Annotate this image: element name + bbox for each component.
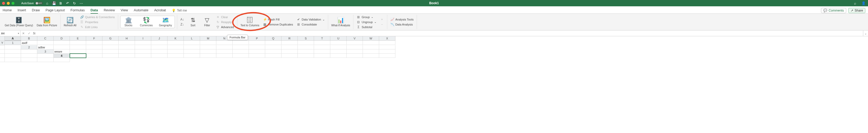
cell[interactable]: [184, 45, 200, 49]
filter-button[interactable]: ▽Filter: [201, 17, 213, 27]
analysis-tools-button[interactable]: 📈Analysis Tools: [390, 17, 415, 22]
cell[interactable]: [232, 49, 249, 54]
subtotal-button[interactable]: ΣSubtotal: [355, 25, 377, 29]
cell[interactable]: [363, 45, 379, 49]
sort-desc-button[interactable]: Z↓: [179, 22, 185, 27]
cell[interactable]: [151, 41, 167, 45]
tab-review[interactable]: Review: [104, 7, 115, 14]
column-header[interactable]: S: [298, 36, 314, 41]
stocks-button[interactable]: 🏛️Stocks: [122, 17, 135, 27]
autosave-toggle[interactable]: AutoSave OFF: [21, 2, 43, 5]
cell[interactable]: [135, 54, 151, 58]
cell[interactable]: [314, 45, 330, 49]
cell[interactable]: [379, 41, 395, 45]
column-header[interactable]: M: [200, 36, 216, 41]
cell[interactable]: [232, 41, 249, 45]
tab-draw[interactable]: Draw: [32, 7, 40, 14]
consolidate-button[interactable]: ⊞Consolidate: [296, 22, 326, 27]
sort-button[interactable]: ⇅Sort: [187, 17, 199, 27]
data-validation-button[interactable]: ✔Data Validation ⌄: [296, 17, 326, 22]
cell[interactable]: [347, 49, 363, 54]
cell[interactable]: [0, 54, 5, 58]
cell[interactable]: [119, 54, 135, 58]
cell[interactable]: [167, 41, 184, 45]
cell[interactable]: [281, 49, 298, 54]
cell[interactable]: [347, 45, 363, 49]
cell[interactable]: [102, 41, 119, 45]
cell[interactable]: [200, 54, 216, 58]
cell[interactable]: [54, 45, 70, 49]
currencies-button[interactable]: 💱Currencies: [139, 17, 154, 27]
column-header[interactable]: G: [102, 36, 119, 41]
row-header[interactable]: 3: [37, 49, 54, 54]
group-button[interactable]: ⊞Group ⌄: [355, 15, 377, 19]
maximize-window-button[interactable]: [11, 2, 14, 5]
close-window-button[interactable]: [2, 2, 5, 5]
cell[interactable]: [379, 45, 395, 49]
column-header[interactable]: F: [86, 36, 102, 41]
fx-icon[interactable]: fx: [32, 31, 36, 35]
cell[interactable]: [119, 45, 135, 49]
cell[interactable]: [86, 41, 102, 45]
cell[interactable]: [200, 41, 216, 45]
cell[interactable]: [314, 41, 330, 45]
cell[interactable]: [5, 58, 21, 62]
cell[interactable]: [5, 54, 21, 58]
share-button[interactable]: ↗ Share: [848, 8, 865, 13]
what-if-button[interactable]: 📊What-If Analysis: [330, 17, 351, 27]
advanced-filter-button[interactable]: ▽Advanced: [215, 25, 235, 29]
cell[interactable]: [347, 54, 363, 58]
cell[interactable]: [200, 45, 216, 49]
minimize-window-button[interactable]: [7, 2, 10, 5]
cell[interactable]: [249, 54, 265, 58]
cell[interactable]: [70, 45, 86, 49]
cell[interactable]: [0, 45, 5, 49]
home-icon[interactable]: ⌂: [45, 1, 50, 5]
cell[interactable]: [314, 49, 330, 54]
cell[interactable]: [70, 41, 86, 45]
tab-view[interactable]: View: [121, 7, 128, 14]
cell[interactable]: [167, 49, 184, 54]
column-header[interactable]: P: [249, 36, 265, 41]
row-header[interactable]: 4: [54, 54, 70, 58]
cell[interactable]: [281, 41, 298, 45]
cell[interactable]: [135, 41, 151, 45]
cell[interactable]: [135, 45, 151, 49]
cell[interactable]: [119, 41, 135, 45]
cell[interactable]: [298, 41, 314, 45]
tell-me-search[interactable]: 💡 Tell me: [172, 9, 187, 12]
column-header[interactable]: W: [363, 36, 379, 41]
column-header[interactable]: Y: [0, 41, 5, 45]
cell[interactable]: [184, 54, 200, 58]
undo-icon[interactable]: ↶: [65, 1, 70, 5]
cell[interactable]: [37, 58, 54, 62]
cell[interactable]: [232, 45, 249, 49]
cell[interactable]: asdf: [21, 41, 37, 45]
cell[interactable]: [249, 41, 265, 45]
column-header[interactable]: E: [70, 36, 86, 41]
cell[interactable]: [0, 49, 5, 54]
cell[interactable]: [21, 58, 37, 62]
cell[interactable]: [330, 49, 347, 54]
column-header[interactable]: K: [167, 36, 184, 41]
cell[interactable]: [86, 54, 102, 58]
tab-formulas[interactable]: Formulas: [71, 7, 85, 14]
cell[interactable]: [0, 58, 5, 62]
save-as-icon[interactable]: 🗎: [59, 1, 63, 5]
tab-home[interactable]: Home: [3, 7, 12, 14]
cell[interactable]: weare: [54, 49, 70, 54]
redo-icon[interactable]: ↻: [72, 1, 77, 5]
save-icon[interactable]: 💾: [52, 1, 57, 5]
cell[interactable]: [21, 54, 37, 58]
cell[interactable]: [298, 54, 314, 58]
column-header[interactable]: Q: [265, 36, 281, 41]
cell[interactable]: [363, 54, 379, 58]
column-header[interactable]: R: [281, 36, 298, 41]
tab-page-layout[interactable]: Page Layout: [46, 7, 65, 14]
reapply-button[interactable]: ↻Reapply: [215, 20, 235, 24]
cell[interactable]: [70, 54, 86, 58]
geography-button[interactable]: 🗺️Geography: [158, 17, 173, 27]
cell[interactable]: [347, 41, 363, 45]
cell[interactable]: [102, 54, 119, 58]
cell[interactable]: [151, 45, 167, 49]
